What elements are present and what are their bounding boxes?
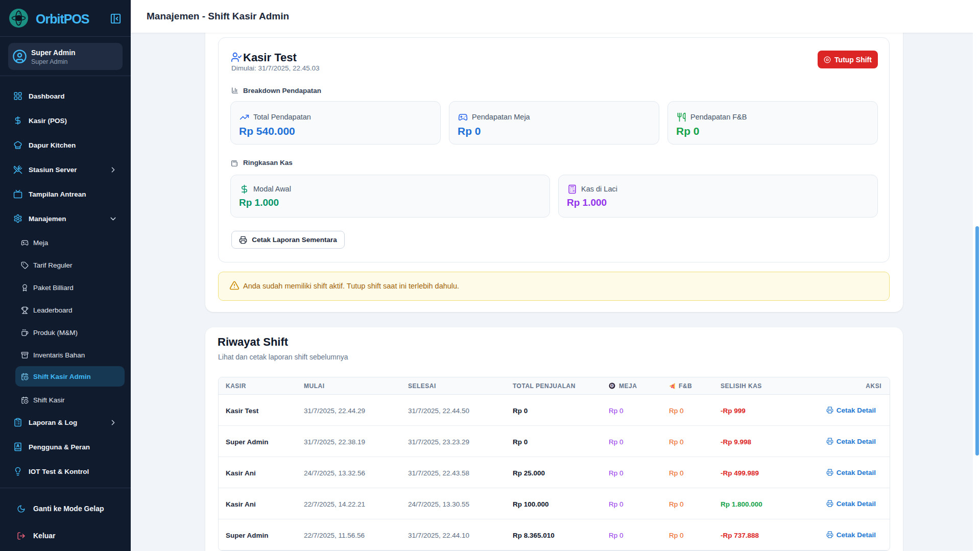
svg-text:8: 8 [611, 384, 613, 387]
